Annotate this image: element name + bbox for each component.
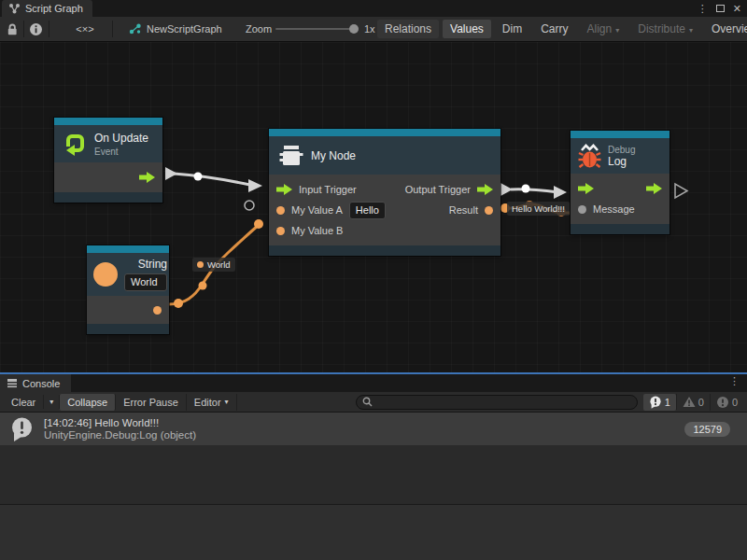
info-button[interactable] bbox=[29, 17, 43, 41]
node-accent-bar bbox=[571, 131, 669, 138]
error-count-toggle[interactable]: 0 bbox=[710, 394, 743, 411]
value-a-field[interactable]: Hello bbox=[349, 202, 386, 219]
node-accent-bar bbox=[54, 118, 162, 125]
node-title: My Node bbox=[311, 149, 356, 162]
close-icon[interactable]: ✕ bbox=[733, 3, 741, 15]
trigger-output-port[interactable] bbox=[646, 183, 662, 194]
window-menu-icon[interactable]: ⋮ bbox=[698, 3, 708, 15]
graph-toolbar-buttons: Relations Values Dim Carry Align▾ Distri… bbox=[377, 17, 747, 41]
node-title: Log bbox=[608, 155, 635, 168]
port-label: My Value A bbox=[291, 204, 343, 216]
node-accent-bar bbox=[269, 129, 500, 136]
zoom-slider-handle[interactable] bbox=[349, 24, 359, 34]
chevron-down-icon: ▾ bbox=[615, 26, 619, 35]
clear-dropdown[interactable]: ▾ bbox=[43, 395, 60, 409]
log-entry-row[interactable]: [14:02:46] Hello World!!! UnityEngine.De… bbox=[0, 413, 747, 445]
error-pause-toggle[interactable]: Error Pause bbox=[116, 394, 187, 411]
graph-name-button[interactable]: NewScriptGraph bbox=[129, 17, 222, 41]
value-dot-icon bbox=[197, 261, 204, 268]
info-icon bbox=[29, 22, 43, 36]
result-output-port[interactable] bbox=[485, 206, 493, 215]
console-icon bbox=[7, 378, 18, 389]
tab-title: Console bbox=[22, 378, 60, 389]
tab-script-graph[interactable]: Script Graph bbox=[2, 0, 92, 17]
info-count-toggle[interactable]: 1 bbox=[643, 394, 676, 411]
align-dropdown[interactable]: Align▾ bbox=[580, 20, 627, 38]
graph-name: NewScriptGraph bbox=[147, 23, 222, 35]
script-graph-icon bbox=[129, 23, 141, 35]
node-on-update[interactable]: On Update Event bbox=[54, 118, 162, 203]
loop-event-icon bbox=[62, 131, 88, 157]
trigger-input-port[interactable] bbox=[578, 183, 594, 194]
port-label: Message bbox=[593, 203, 635, 215]
lock-icon bbox=[6, 22, 19, 36]
console-tab-bar: Console ⋮ bbox=[0, 374, 747, 392]
zoom-value: 1x bbox=[364, 17, 375, 41]
console-detail-pane bbox=[0, 505, 747, 560]
port-label: Input Trigger bbox=[299, 184, 357, 195]
warning-count-toggle[interactable]: 0 bbox=[676, 394, 710, 410]
string-value-field[interactable]: World bbox=[124, 273, 167, 291]
port-label: Result bbox=[449, 204, 478, 216]
values-button[interactable]: Values bbox=[443, 20, 491, 38]
warning-icon bbox=[683, 396, 696, 408]
tab-console[interactable]: Console bbox=[0, 374, 71, 392]
tab-title: Script Graph bbox=[25, 3, 83, 14]
window-tab-bar: Script Graph ⋮ ✕ bbox=[0, 0, 747, 17]
console-log-list: [14:02:46] Hello World!!! UnityEngine.De… bbox=[0, 413, 747, 504]
chevron-down-icon: ▾ bbox=[689, 26, 693, 35]
collapse-count-badge: 12579 bbox=[684, 422, 730, 437]
edit-source-button[interactable]: <×> bbox=[65, 17, 105, 41]
zoom-slider-track[interactable] bbox=[275, 28, 354, 30]
node-subtitle: Event bbox=[94, 147, 148, 157]
editor-dropdown[interactable]: Editor ▾ bbox=[187, 394, 237, 411]
zoom-slider[interactable] bbox=[275, 17, 354, 41]
log-stacktrace-text: UnityEngine.Debug:Log (object) bbox=[44, 429, 196, 441]
distribute-dropdown[interactable]: Distribute▾ bbox=[630, 20, 700, 38]
console-menu-icon[interactable]: ⋮ bbox=[729, 375, 740, 387]
lock-button[interactable] bbox=[6, 17, 19, 41]
port-label: My Value B bbox=[291, 225, 343, 236]
carry-button[interactable]: Carry bbox=[533, 20, 575, 38]
overview-button[interactable]: Overview bbox=[704, 20, 747, 38]
info-message-icon bbox=[649, 396, 662, 409]
node-category: Debug bbox=[608, 145, 635, 155]
trigger-input-port[interactable] bbox=[276, 184, 292, 195]
value-a-input-port[interactable] bbox=[276, 206, 285, 215]
unit-box-icon bbox=[278, 144, 304, 167]
maximize-icon[interactable] bbox=[716, 5, 725, 12]
dim-button[interactable]: Dim bbox=[495, 20, 529, 38]
code-icon: <×> bbox=[76, 23, 93, 35]
string-output-port[interactable] bbox=[153, 306, 162, 315]
node-debug-log[interactable]: Debug Log Message bbox=[571, 131, 669, 234]
error-icon bbox=[716, 396, 729, 409]
search-icon bbox=[362, 397, 373, 407]
graph-hierarchy-icon bbox=[8, 3, 21, 14]
node-title: On Update bbox=[94, 132, 148, 145]
clear-button[interactable]: Clear bbox=[4, 394, 43, 411]
trigger-output-port[interactable] bbox=[139, 172, 155, 183]
relations-button[interactable]: Relations bbox=[377, 20, 439, 38]
trigger-output-port[interactable] bbox=[477, 184, 493, 195]
node-title: String bbox=[138, 258, 167, 271]
message-input-port[interactable] bbox=[578, 205, 586, 214]
window-controls: ⋮ ✕ bbox=[698, 0, 741, 17]
console-toolbar: Clear ▾ Collapse Error Pause Editor ▾ 1 bbox=[0, 392, 747, 413]
wire-value-label-hello-world: Hello World!!! bbox=[507, 202, 570, 216]
log-message-icon bbox=[9, 416, 35, 442]
value-b-input-port[interactable] bbox=[276, 227, 285, 235]
chevron-down-icon: ▾ bbox=[49, 398, 53, 406]
debug-bug-icon bbox=[578, 143, 601, 169]
node-string[interactable]: String World bbox=[87, 245, 169, 334]
node-accent-bar bbox=[87, 245, 169, 253]
wire-value-label-world: World bbox=[192, 258, 235, 272]
collapse-toggle[interactable]: Collapse bbox=[60, 394, 116, 411]
console-search[interactable] bbox=[356, 395, 638, 410]
chevron-down-icon: ▾ bbox=[225, 398, 229, 406]
port-label: Output Trigger bbox=[405, 184, 471, 195]
string-literal-icon bbox=[93, 262, 118, 287]
zoom-label: Zoom bbox=[246, 17, 272, 41]
log-message-text: [14:02:46] Hello World!!! bbox=[44, 417, 196, 428]
search-input[interactable] bbox=[376, 397, 631, 408]
node-my-node[interactable]: My Node Input Trigger Output Trigger My … bbox=[269, 129, 500, 256]
